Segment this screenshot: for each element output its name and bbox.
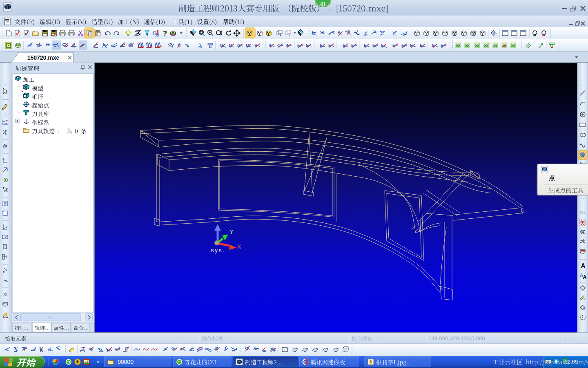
svg-text:EL: EL: [141, 46, 145, 49]
svg-text:41: 41: [320, 1, 326, 7]
svg-text:X: X: [237, 243, 241, 250]
svg-text:VL: VL: [150, 46, 154, 49]
svg-text:?: ?: [163, 30, 167, 37]
svg-text:148.990,329.430,0.000: 148.990,329.430,0.000: [428, 335, 485, 341]
svg-text:»: »: [97, 359, 100, 365]
svg-text:150720.mxe: 150720.mxe: [27, 54, 60, 61]
svg-text:Z: Z: [217, 217, 220, 223]
svg-text:8: 8: [583, 307, 585, 310]
svg-text:.sys.: .sys.: [208, 247, 225, 254]
svg-text:A: A: [581, 263, 586, 269]
svg-text:00000: 00000: [118, 359, 134, 365]
svg-text:A: A: [583, 274, 587, 280]
svg-text:1: 1: [5, 225, 7, 229]
svg-text:Y: Y: [229, 229, 234, 235]
svg-text:SZ: SZ: [158, 46, 163, 49]
